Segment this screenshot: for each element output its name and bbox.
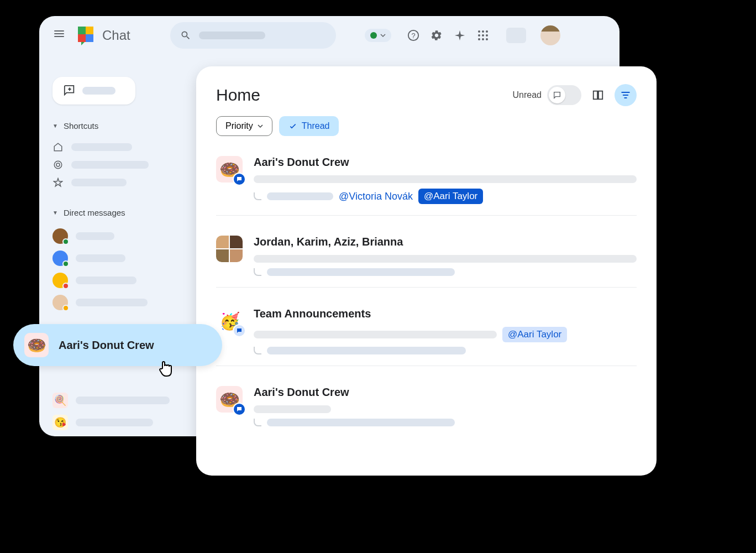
lollipop-icon: 🍭 — [53, 393, 68, 408]
space-avatar: 🍩 — [216, 386, 243, 413]
svg-point-9 — [478, 34, 480, 36]
user-avatar — [53, 273, 68, 288]
priority-chip[interactable]: Priority — [216, 116, 272, 136]
message-title: Team Announcements — [254, 307, 637, 320]
svg-point-15 — [54, 161, 62, 169]
space-item[interactable]: 😘 — [53, 411, 196, 434]
svg-point-13 — [482, 38, 484, 40]
reply-arc-icon — [254, 192, 261, 200]
dms-header[interactable]: ▼Direct messages — [53, 208, 196, 217]
thread-badge-icon — [233, 403, 246, 416]
mention-icon — [53, 159, 64, 170]
donut-icon: 🍩 — [24, 333, 49, 357]
svg-point-16 — [56, 163, 60, 166]
message-item[interactable]: 🍩 Aari's Donut Crew — [216, 386, 637, 437]
apps-grid-icon[interactable] — [476, 29, 490, 42]
dms-section: ▼Direct messages — [53, 208, 196, 314]
check-icon — [288, 122, 297, 131]
chevron-down-icon: ▼ — [53, 210, 58, 216]
sidebar-item[interactable] — [53, 138, 196, 156]
reply-arc-icon — [254, 347, 261, 354]
filter-button[interactable] — [615, 84, 637, 106]
new-chat-button[interactable] — [53, 77, 135, 105]
svg-point-14 — [486, 38, 488, 40]
svg-text:?: ? — [411, 32, 415, 40]
header: Chat ? — [39, 16, 620, 55]
message-item[interactable]: 🥳 Team Announcements @Aari Taylor — [216, 307, 637, 366]
dm-item[interactable] — [53, 291, 196, 314]
dm-item[interactable] — [53, 225, 196, 247]
user-avatar[interactable] — [540, 25, 560, 45]
message-item[interactable]: Jordan, Karim, Aziz, Brianna — [216, 236, 637, 288]
account-switcher[interactable] — [506, 28, 526, 43]
shortcuts-section: ▼Shortcuts — [53, 121, 196, 191]
chevron-down-icon — [380, 33, 386, 38]
shortcuts-header[interactable]: ▼Shortcuts — [53, 121, 196, 131]
emoji-icon: 😘 — [53, 415, 68, 430]
user-avatar — [53, 251, 68, 266]
svg-rect-1 — [86, 27, 93, 34]
filter-icon — [620, 90, 631, 101]
svg-point-12 — [478, 38, 480, 40]
help-icon[interactable]: ? — [407, 29, 420, 42]
svg-point-6 — [478, 30, 480, 33]
search-input[interactable] — [170, 22, 336, 49]
svg-rect-0 — [78, 27, 86, 34]
space-item-hovered[interactable]: 🍩 Aari's Donut Crew — [13, 324, 222, 366]
space-item[interactable]: 🍭 — [53, 389, 196, 411]
space-name: Aari's Donut Crew — [59, 339, 154, 352]
mention-chip[interactable]: @Aari Taylor — [418, 189, 483, 204]
message-title: Aari's Donut Crew — [254, 386, 637, 399]
svg-rect-2 — [78, 34, 86, 42]
dm-item[interactable] — [53, 247, 196, 269]
page-title: Home — [216, 86, 260, 105]
space-avatar: 🍩 — [216, 156, 243, 182]
svg-point-8 — [486, 30, 488, 33]
message-title: Jordan, Karim, Aziz, Brianna — [254, 236, 637, 248]
user-avatar — [53, 228, 68, 244]
hamburger-menu-icon[interactable] — [53, 29, 66, 42]
layout-icon[interactable] — [591, 88, 605, 102]
svg-rect-3 — [86, 34, 93, 42]
reply-arc-icon — [254, 419, 261, 426]
sidebar-item[interactable] — [53, 156, 196, 174]
dm-item[interactable] — [53, 269, 196, 291]
presence-dnd-icon — [62, 283, 69, 289]
mention-link[interactable]: @Victoria Novák — [339, 191, 413, 202]
presence-idle-icon — [62, 305, 69, 311]
svg-point-11 — [486, 34, 488, 36]
gear-icon[interactable] — [430, 29, 443, 42]
app-title: Chat — [102, 28, 130, 43]
reply-arc-icon — [254, 268, 261, 276]
svg-rect-18 — [599, 91, 602, 100]
presence-active-icon — [62, 260, 69, 267]
thread-badge-icon — [233, 173, 246, 186]
svg-point-10 — [482, 34, 484, 36]
thread-badge-icon — [233, 324, 246, 337]
cursor-hand-icon — [157, 358, 177, 383]
chevron-down-icon: ▼ — [53, 123, 58, 129]
presence-active-icon — [62, 238, 69, 245]
chat-bubble-icon — [553, 91, 561, 100]
thread-chip[interactable]: Thread — [279, 116, 339, 136]
active-status-icon — [370, 32, 377, 39]
sidebar-item[interactable] — [53, 174, 196, 191]
user-avatar — [53, 295, 68, 310]
home-icon — [53, 142, 64, 153]
home-panel: Home Unread Priority Thread 🍩 Aari's Don… — [196, 66, 657, 476]
status-button[interactable] — [365, 29, 391, 42]
app-logo[interactable]: Chat — [77, 25, 130, 45]
message-item[interactable]: 🍩 Aari's Donut Crew @Victoria Novák @Aar… — [216, 156, 637, 216]
star-icon — [53, 177, 64, 188]
sparkle-icon[interactable] — [453, 29, 466, 42]
toggle-switch — [547, 85, 581, 105]
unread-toggle[interactable]: Unread — [513, 85, 581, 105]
space-avatar: 🥳 — [216, 307, 243, 334]
group-avatar — [216, 236, 243, 262]
mention-chip[interactable]: @Aari Taylor — [502, 327, 567, 342]
new-chat-icon — [64, 85, 76, 97]
chevron-down-icon — [258, 123, 263, 129]
message-title: Aari's Donut Crew — [254, 156, 637, 169]
svg-point-7 — [482, 30, 484, 33]
search-icon — [180, 30, 191, 41]
